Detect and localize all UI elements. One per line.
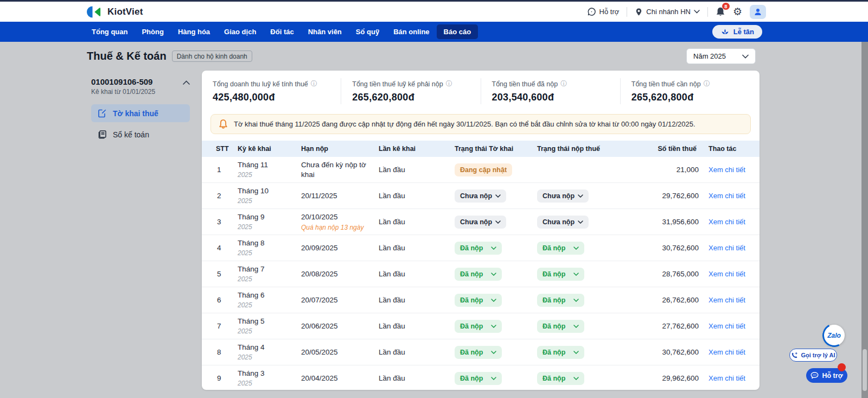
reception-label: Lễ tân [733, 28, 754, 36]
main-nav-list: Tổng quanPhòngHàng hóaGiao dịchĐối tácNh… [85, 24, 478, 39]
nav-item-sổ-quỹ[interactable]: Sổ quỹ [349, 24, 386, 39]
status-badge[interactable]: Đã nộp [537, 346, 584, 359]
sidebar-item-accounting-book[interactable]: Sổ kế toán [91, 125, 190, 143]
info-icon[interactable]: ⓘ [704, 79, 710, 89]
table-row: 4 Tháng 8 2025 20/09/2025 Lần đầu Đã nộp… [202, 235, 760, 261]
status-badge[interactable]: Đã nộp [537, 294, 584, 307]
chevron-down-icon [491, 351, 496, 354]
collapse-chevron-up-icon[interactable] [183, 80, 190, 85]
sidebar-item-tax-declaration[interactable]: Tờ khai thuế [91, 104, 190, 122]
view-detail-link[interactable]: Xem chi tiết [709, 192, 745, 200]
chat-help-icon [587, 7, 596, 16]
info-icon[interactable]: ⓘ [446, 79, 452, 89]
view-detail-link[interactable]: Xem chi tiết [709, 166, 745, 174]
col-header-actions: Thao tác [700, 145, 751, 153]
nav-item-báo-cáo[interactable]: Báo cáo [437, 24, 478, 39]
branch-selector[interactable]: Chi nhánh HN [635, 8, 700, 16]
summary-card-value: 265,620,800đ [631, 92, 749, 103]
settings-gear-icon[interactable]: ⚙ [733, 7, 742, 17]
help-menu[interactable]: Hỗ trợ [587, 7, 620, 16]
view-detail-link[interactable]: Xem chi tiết [709, 244, 745, 252]
user-avatar[interactable] [750, 5, 766, 19]
alert-bell-icon [219, 119, 228, 129]
support-notification-dot [838, 363, 846, 371]
status-badge[interactable]: Đã nộp [455, 294, 502, 307]
chevron-down-icon [578, 220, 583, 224]
chevron-down-icon [495, 220, 501, 224]
status-badge[interactable]: Đã nộp [537, 268, 584, 281]
declaration-status-cell: Chưa nộp [455, 216, 537, 229]
due-date-cell: 20/04/2025 [301, 374, 379, 383]
ai-assistant-call-button[interactable]: Gọi trợ lý AI [789, 349, 837, 362]
nav-item-giao-dịch[interactable]: Giao dịch [217, 24, 263, 39]
status-badge[interactable]: Đã nộp [537, 320, 584, 333]
tax-amount: 21,000 [640, 166, 700, 174]
table-body: 1 Tháng 11 2025 Chưa đến kỳ nộp tờ khai … [202, 157, 760, 390]
nav-item-hàng-hóa[interactable]: Hàng hóa [171, 24, 217, 39]
page-scrollbar-track[interactable] [861, 42, 868, 398]
status-badge[interactable]: Chưa nộp [455, 216, 506, 229]
row-index: 1 [210, 166, 238, 174]
chevron-down-icon [491, 377, 496, 380]
status-badge[interactable]: Chưa nộp [455, 189, 506, 203]
view-detail-link[interactable]: Xem chi tiết [709, 322, 745, 330]
table-row: 2 Tháng 10 2025 20/11/2025 Lần đầu Chưa … [202, 183, 760, 209]
status-badge-label: Đã nộp [542, 323, 565, 330]
view-detail-link[interactable]: Xem chi tiết [709, 348, 745, 356]
info-icon[interactable]: ⓘ [560, 79, 567, 89]
status-badge[interactable]: Đã nộp [537, 242, 584, 255]
attempt-cell: Lần đầu [379, 270, 455, 278]
year-filter-dropdown[interactable]: Năm 2025 [686, 48, 756, 64]
status-badge[interactable]: Đã nộp [455, 320, 502, 333]
page-scrollbar-thumb[interactable] [863, 349, 867, 391]
nav-item-bán-online[interactable]: Bán online [386, 24, 436, 39]
status-badge[interactable]: Đã nộp [455, 372, 502, 385]
status-badge[interactable]: Đã nộp [455, 268, 502, 281]
status-badge[interactable]: Đã nộp [455, 346, 502, 359]
tax-code-subtitle: Kê khai từ 01/01/2025 [91, 88, 155, 96]
status-badge-label: Chưa nộp [542, 192, 575, 200]
alert-banner: Tờ khai thuế tháng 11/2025 đang được cập… [210, 114, 751, 134]
support-button-label: Hỗ trợ [822, 372, 843, 380]
period-cell: Tháng 3 2025 [238, 369, 301, 387]
zalo-widget[interactable]: Zalo [824, 325, 845, 346]
nav-item-đối-tác[interactable]: Đối tác [263, 24, 301, 39]
declaration-status-cell: Đã nộp [455, 294, 537, 307]
chevron-down-icon [491, 299, 496, 302]
status-badge-label: Đã nộp [542, 244, 565, 252]
nav-item-tổng-quan[interactable]: Tổng quan [85, 24, 135, 39]
row-index: 8 [210, 348, 238, 356]
payment-status-cell: Đã nộp [537, 346, 640, 359]
status-badge[interactable]: Đã nộp [455, 242, 502, 255]
payment-status-cell: Đã nộp [537, 294, 640, 307]
chevron-down-icon [573, 325, 579, 328]
reception-button[interactable]: Lễ tân [712, 25, 762, 39]
table-row: 1 Tháng 11 2025 Chưa đến kỳ nộp tờ khai … [202, 157, 760, 183]
declaration-status-cell: Đã nộp [455, 320, 537, 333]
payment-status-cell: Đã nộp [537, 268, 640, 281]
table-row: 9 Tháng 3 2025 20/04/2025 Lần đầu Đã nộp… [202, 365, 760, 390]
person-icon [754, 8, 762, 16]
status-badge[interactable]: Chưa nộp [537, 216, 589, 229]
status-badge-label: Chưa nộp [542, 218, 575, 226]
info-icon[interactable]: ⓘ [311, 79, 317, 89]
status-badge[interactable]: Chưa nộp [537, 189, 589, 203]
attempt-cell: Lần đầu [379, 374, 455, 382]
notifications-button[interactable]: 8 [716, 7, 725, 17]
status-badge[interactable]: Đã nộp [537, 372, 584, 385]
brand-logo[interactable]: KiotViet [87, 5, 143, 18]
chevron-down-icon [578, 194, 583, 198]
table-header: STT Kỳ kê khai Hạn nộp Lần kê khai Trạng… [202, 141, 760, 157]
nav-item-phòng[interactable]: Phòng [135, 24, 170, 39]
view-detail-link[interactable]: Xem chi tiết [709, 296, 745, 304]
view-detail-link[interactable]: Xem chi tiết [709, 374, 745, 382]
nav-item-nhân-viên[interactable]: Nhân viên [301, 24, 349, 39]
summary-card-value: 265,620,800đ [352, 92, 469, 103]
tax-sidebar: 0100109106-509 Kê khai từ 01/01/2025 Tờ … [87, 71, 202, 390]
view-detail-link[interactable]: Xem chi tiết [709, 270, 745, 278]
due-date-cell: Chưa đến kỳ nộp tờ khai [301, 160, 379, 179]
table-row: 8 Tháng 4 2025 20/05/2025 Lần đầu Đã nộp… [202, 339, 760, 365]
declaration-status-cell: Chưa nộp [455, 189, 537, 203]
due-date-cell: 20/08/2025 [301, 269, 379, 279]
view-detail-link[interactable]: Xem chi tiết [709, 218, 745, 226]
